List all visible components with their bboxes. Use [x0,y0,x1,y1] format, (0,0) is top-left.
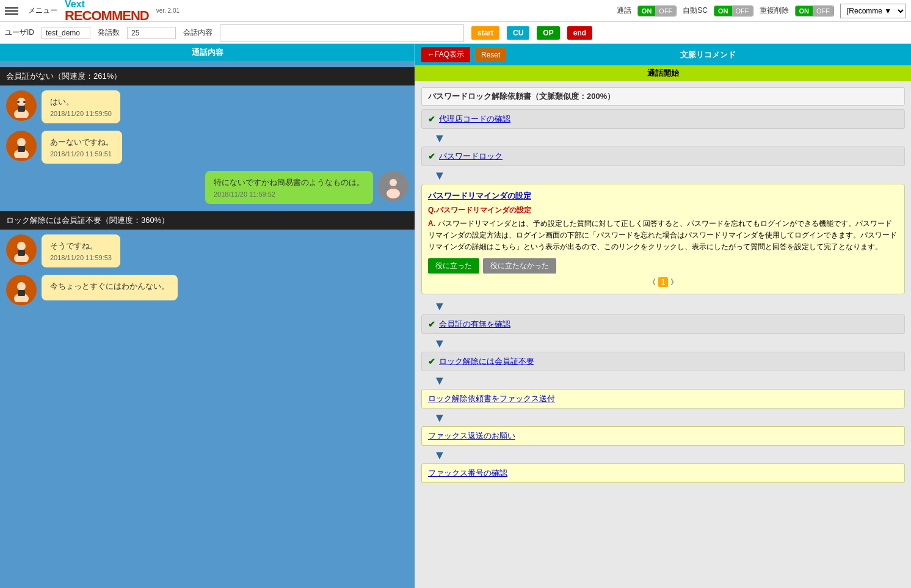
call-count-value: 25 [127,27,176,39]
section-header-2: ロック解除には会員証不要（関連度：360%） [0,211,415,230]
arrow-down-icon: ▼ [421,336,905,350]
right-top-bar: ←FAQ表示 Reset 文脈リコメンド [415,44,911,65]
bubble: 今ちょっとすぐにはわかんない。 [42,275,178,300]
rec-item-yellow[interactable]: ファックス返送のお願い [421,426,905,446]
rec-item-text: 会員証の有無を確認 [439,319,510,330]
user-id-label: ユーザID [5,27,34,38]
arrow-down-icon: ▼ [421,299,905,313]
auto-sc-toggle-off[interactable]: OFF [732,6,753,16]
rec-item[interactable]: ✔ パスワードロック [421,147,905,166]
rec-item-yellow[interactable]: ファックス番号の確認 [421,463,905,483]
start-button[interactable]: start [471,26,499,40]
rec-item-text: ロック解除には会員証不要 [439,356,534,367]
arrow-down-icon: ▼ [421,411,905,425]
section-header-1: 会員証がない（関連度：261%） [0,67,415,85]
svg-point-11 [390,179,397,186]
dup-delete-toggle-off[interactable]: OFF [813,6,833,16]
faq-a-text: パスワードリマインダとは、予め設定した質問に対して正しく回答すると、パスワードを… [428,219,897,251]
call-toggle-on[interactable]: ON [638,6,656,16]
svg-point-14 [17,242,26,250]
rec-item-text: ロック解除依頼書をファックス送付 [428,393,555,404]
avatar-op [6,90,37,121]
menu-label: メニュー [28,5,57,16]
checkmark-icon: ✔ [428,319,435,329]
checkmark-icon: ✔ [428,151,435,161]
rec-item[interactable]: ✔ 代理店コードの確認 [421,109,905,129]
helpful-button[interactable]: 役に立った [428,258,479,274]
svg-point-12 [387,189,400,198]
svg-point-18 [17,282,26,291]
rec-item-yellow[interactable]: ロック解除依頼書をファックス送付 [421,389,905,408]
bubble-text: そうですね。 [50,241,112,252]
recommend-dropdown[interactable]: [Recomme ▼ [840,4,906,18]
bubble-time: 2018/11/20 11:59:53 [50,254,112,261]
svg-point-7 [17,138,26,147]
dup-delete-toggle-on[interactable]: ON [796,6,813,16]
svg-rect-16 [18,250,25,256]
bubble-time: 2018/11/20 11:59:52 [214,191,365,198]
bubble-green: 特にないですかね簡易書のようなものは。 2018/11/20 11:59:52 [205,171,373,204]
faq-a-label: A. [428,219,435,228]
dup-delete-label: 重複削除 [760,5,789,16]
svg-rect-3 [18,106,25,112]
dup-delete-toggle[interactable]: ON OFF [795,5,835,16]
recommend-content[interactable]: パスワードロック解除依頼書（文脈類似度：200%） ✔ 代理店コードの確認 ▼ … [415,81,911,588]
reset-button[interactable]: Reset [475,48,506,62]
svg-rect-9 [18,146,25,152]
bubble-text: 今ちょっとすぐにはわかんない。 [50,281,169,292]
bubble-time: 2018/11/20 11:59:51 [50,150,114,158]
conv-textarea[interactable] [220,24,464,42]
arrow-down-icon: ▼ [421,448,905,462]
arrow-down-icon: ▼ [421,131,905,145]
svg-point-4 [17,101,20,103]
bubble-text: はい。 [50,96,112,107]
faq-title[interactable]: パスワードリマインダの設定 [428,191,898,201]
cu-button[interactable]: CU [507,26,529,40]
call-count-label: 発話数 [98,27,120,38]
arrow-down-icon: ▼ [421,169,905,183]
avatar-op [6,234,37,265]
logo-block: Vext RECOMMEND [65,0,149,23]
user-id-value: test_demo [42,27,90,39]
faq-q: Q.パスワードリマインダの設定 [428,205,898,216]
call-label: 通話 [617,5,631,16]
call-toggle-off[interactable]: OFF [655,6,676,16]
bubble: そうですね。 2018/11/20 11:59:53 [42,234,120,267]
faq-btn-row: 役に立った 役に立たなかった [428,258,898,274]
faq-card: パスワードリマインダの設定 Q.パスワードリマインダの設定 A. パスワードリマ… [421,184,905,294]
msg-row: そうですね。 2018/11/20 11:59:53 [6,234,408,267]
rec-section-title: パスワードロック解除依頼書（文脈類似度：200%） [421,87,905,106]
version-label: ver. 2.01 [156,7,180,14]
conv-label: 会話内容 [183,27,212,38]
rec-item[interactable]: ✔ ロック解除には会員証不要 [421,352,905,371]
msg-row: はい。 2018/11/20 11:59:50 [6,90,408,123]
auto-sc-toggle[interactable]: ON OFF [714,5,753,16]
sub-header: ユーザID test_demo 発話数 25 会話内容 start CU OP … [0,22,911,44]
call-toggle[interactable]: ON OFF [637,5,677,16]
op-button[interactable]: OP [537,26,559,40]
left-panel: 通話内容 会員証がない（関連度：261%） はい。 [0,44,415,588]
bubble-time: 2018/11/20 11:59:50 [50,110,112,117]
avatar-cu [378,171,408,201]
chat-area[interactable]: 会員証がない（関連度：261%） はい。 2018/11/20 11:59: [0,61,415,588]
rec-item-text: 代理店コードの確認 [439,114,510,125]
svg-rect-20 [18,290,25,296]
rec-item[interactable]: ✔ 会員証の有無を確認 [421,314,905,334]
logo-recommend: RECOMMEND [65,9,149,23]
msg-row: あーないですね。 2018/11/20 11:59:51 [6,131,408,164]
bubble: あーないですね。 2018/11/20 11:59:51 [42,131,122,164]
auto-sc-toggle-on[interactable]: ON [714,6,732,16]
msg-row: 今ちょっとすぐにはわかんない。 [6,275,408,305]
faq-button[interactable]: ←FAQ表示 [421,47,470,62]
bubble-text: 特にないですかね簡易書のようなものは。 [214,177,365,188]
avatar-op [6,275,37,305]
bubble: はい。 2018/11/20 11:59:50 [42,90,120,123]
checkmark-icon: ✔ [428,114,435,124]
not-helpful-button[interactable]: 役に立たなかった [483,258,556,274]
end-button[interactable]: end [567,26,592,40]
rec-item-text: ファックス番号の確認 [428,468,507,479]
menu-button[interactable] [5,7,18,15]
main-layout: 通話内容 会員証がない（関連度：261%） はい。 [0,44,911,588]
svg-point-5 [23,101,26,103]
pagination: 《 1 》 [428,277,898,288]
